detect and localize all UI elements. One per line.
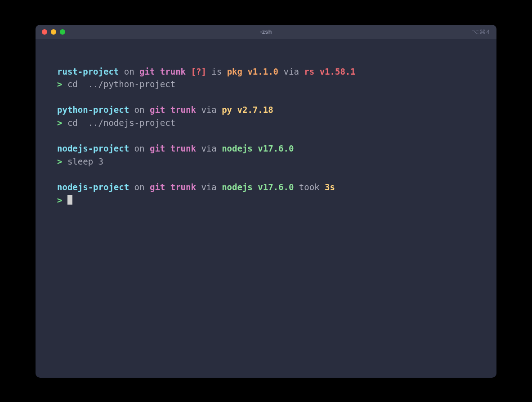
vcs-icon: git [139,67,155,76]
vcs-icon: git [150,143,165,153]
shortcut-indicator: ⌥⌘4 [472,28,490,36]
prompt-symbol: > [57,156,62,166]
window-title: -zsh [260,28,272,35]
runtime-version: v17.6.0 [258,182,294,192]
command-line: > cd ../nodejs-project [57,116,475,130]
command-text: cd ../nodejs-project [67,118,175,128]
prompt-symbol: > [57,118,62,128]
runtime-icon: rs [304,67,314,76]
vcs-icon: git [150,182,165,192]
branch-name: trunk [160,67,186,76]
command-text: cd ../python-project [67,79,175,89]
runtime-icon: py [222,105,232,115]
minimize-button[interactable] [51,29,56,35]
runtime-icon: nodejs [222,143,253,153]
prompt-block: rust-project on git trunk [?] is pkg v1.… [57,65,475,91]
pkg-icon: pkg [227,67,242,76]
runtime-version: v2.7.18 [237,105,273,115]
branch-name: trunk [170,143,196,153]
prompt-line: rust-project on git trunk [?] is pkg v1.… [57,65,475,78]
command-line: > sleep 3 [57,155,475,168]
via-label: via [201,143,216,153]
branch-name: trunk [170,182,196,192]
command-line: > [57,194,475,207]
command-line: > cd ../python-project [57,78,475,91]
terminal-body[interactable]: rust-project on git trunk [?] is pkg v1.… [36,39,496,378]
via-label: via [201,182,216,192]
duration: 3s [325,182,335,192]
prompt-block: nodejs-project on git trunk via nodejs v… [57,142,475,168]
is-label: is [211,67,222,76]
runtime-version: v17.6.0 [258,143,294,153]
project-name: rust-project [57,67,119,76]
cursor[interactable] [67,195,72,205]
command-text: sleep 3 [67,156,103,166]
terminal-window: -zsh ⌥⌘4 rust-project on git trunk [?] i… [36,25,496,378]
branch-name: trunk [170,105,196,115]
project-name: python-project [57,105,129,115]
prompt-block: nodejs-project on git trunk via nodejs v… [57,181,475,207]
runtime-version: v1.58.1 [320,67,356,76]
prompt-line: nodejs-project on git trunk via nodejs v… [57,181,475,194]
via-label: via [284,67,299,76]
vcs-icon: git [150,105,165,115]
prompt-symbol: > [57,79,62,89]
prompt-line: python-project on git trunk via py v2.7.… [57,103,475,116]
project-name: nodejs-project [57,143,129,153]
on-label: on [134,143,145,153]
close-button[interactable] [42,29,47,35]
on-label: on [134,105,145,115]
pkg-version: v1.1.0 [247,67,278,76]
prompt-block: python-project on git trunk via py v2.7.… [57,103,475,130]
project-name: nodejs-project [57,182,129,192]
traffic-lights [42,29,65,35]
runtime-icon: nodejs [222,182,253,192]
took-label: took [299,182,320,192]
on-label: on [124,67,134,76]
prompt-symbol: > [57,195,62,205]
maximize-button[interactable] [60,29,65,35]
titlebar: -zsh ⌥⌘4 [36,25,496,39]
on-label: on [134,182,145,192]
via-label: via [201,105,216,115]
prompt-line: nodejs-project on git trunk via nodejs v… [57,142,475,155]
git-status: [?] [191,67,206,76]
